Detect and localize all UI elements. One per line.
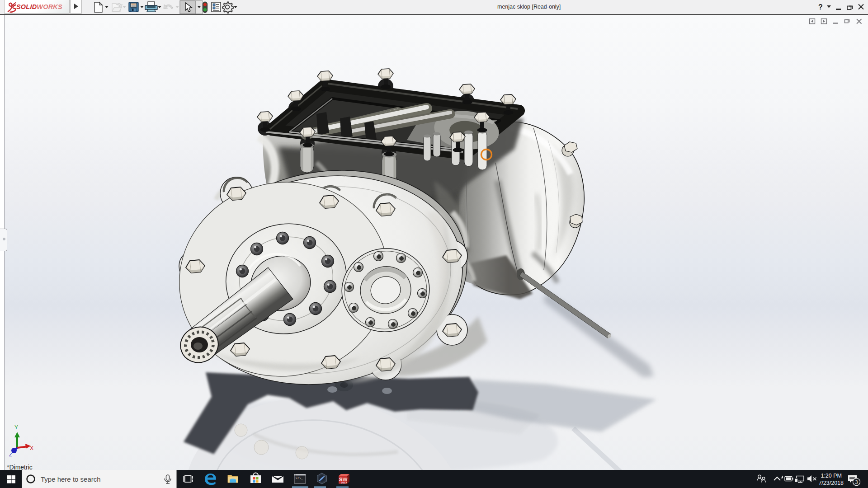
svg-text:Z: Z	[9, 452, 12, 457]
svg-text:2017: 2017	[341, 481, 347, 484]
svg-text:Y: Y	[14, 424, 18, 431]
svg-text:X: X	[30, 445, 33, 451]
svg-text:?: ?	[818, 3, 823, 11]
svg-text:C:\_: C:\_	[296, 477, 303, 480]
svg-text:7/23/2018: 7/23/2018	[818, 480, 844, 486]
svg-text:1:20 PM: 1:20 PM	[821, 473, 842, 479]
svg-text:3: 3	[855, 479, 858, 485]
